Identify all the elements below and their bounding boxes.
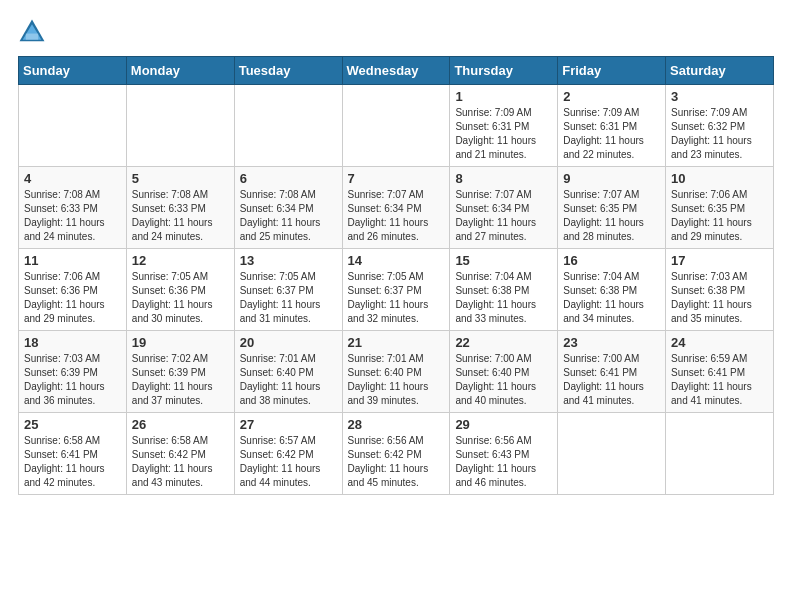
day-info: Sunrise: 6:56 AM Sunset: 6:43 PM Dayligh…: [455, 434, 552, 490]
calendar-cell: 20Sunrise: 7:01 AM Sunset: 6:40 PM Dayli…: [234, 331, 342, 413]
day-number: 3: [671, 89, 768, 104]
calendar-cell: 27Sunrise: 6:57 AM Sunset: 6:42 PM Dayli…: [234, 413, 342, 495]
day-number: 25: [24, 417, 121, 432]
col-header-friday: Friday: [558, 57, 666, 85]
col-header-saturday: Saturday: [666, 57, 774, 85]
col-header-wednesday: Wednesday: [342, 57, 450, 85]
calendar-cell: 17Sunrise: 7:03 AM Sunset: 6:38 PM Dayli…: [666, 249, 774, 331]
calendar-cell: 12Sunrise: 7:05 AM Sunset: 6:36 PM Dayli…: [126, 249, 234, 331]
day-number: 28: [348, 417, 445, 432]
calendar-cell: 11Sunrise: 7:06 AM Sunset: 6:36 PM Dayli…: [19, 249, 127, 331]
col-header-thursday: Thursday: [450, 57, 558, 85]
calendar-week-1: 4Sunrise: 7:08 AM Sunset: 6:33 PM Daylig…: [19, 167, 774, 249]
day-number: 1: [455, 89, 552, 104]
day-info: Sunrise: 7:06 AM Sunset: 6:36 PM Dayligh…: [24, 270, 121, 326]
svg-rect-2: [26, 34, 38, 40]
calendar-table: SundayMondayTuesdayWednesdayThursdayFrid…: [18, 56, 774, 495]
page: SundayMondayTuesdayWednesdayThursdayFrid…: [0, 0, 792, 505]
day-info: Sunrise: 7:07 AM Sunset: 6:35 PM Dayligh…: [563, 188, 660, 244]
calendar-cell: 29Sunrise: 6:56 AM Sunset: 6:43 PM Dayli…: [450, 413, 558, 495]
calendar-week-0: 1Sunrise: 7:09 AM Sunset: 6:31 PM Daylig…: [19, 85, 774, 167]
day-info: Sunrise: 6:57 AM Sunset: 6:42 PM Dayligh…: [240, 434, 337, 490]
day-number: 15: [455, 253, 552, 268]
calendar-cell: 25Sunrise: 6:58 AM Sunset: 6:41 PM Dayli…: [19, 413, 127, 495]
calendar-cell: 10Sunrise: 7:06 AM Sunset: 6:35 PM Dayli…: [666, 167, 774, 249]
day-number: 11: [24, 253, 121, 268]
calendar-cell: 16Sunrise: 7:04 AM Sunset: 6:38 PM Dayli…: [558, 249, 666, 331]
calendar-cell: 21Sunrise: 7:01 AM Sunset: 6:40 PM Dayli…: [342, 331, 450, 413]
calendar-cell: 4Sunrise: 7:08 AM Sunset: 6:33 PM Daylig…: [19, 167, 127, 249]
day-info: Sunrise: 7:07 AM Sunset: 6:34 PM Dayligh…: [455, 188, 552, 244]
day-info: Sunrise: 7:08 AM Sunset: 6:33 PM Dayligh…: [132, 188, 229, 244]
day-number: 14: [348, 253, 445, 268]
day-info: Sunrise: 7:00 AM Sunset: 6:40 PM Dayligh…: [455, 352, 552, 408]
calendar-week-2: 11Sunrise: 7:06 AM Sunset: 6:36 PM Dayli…: [19, 249, 774, 331]
calendar-cell: 14Sunrise: 7:05 AM Sunset: 6:37 PM Dayli…: [342, 249, 450, 331]
day-number: 19: [132, 335, 229, 350]
calendar-week-4: 25Sunrise: 6:58 AM Sunset: 6:41 PM Dayli…: [19, 413, 774, 495]
day-number: 10: [671, 171, 768, 186]
day-number: 7: [348, 171, 445, 186]
col-header-monday: Monday: [126, 57, 234, 85]
calendar-cell: 7Sunrise: 7:07 AM Sunset: 6:34 PM Daylig…: [342, 167, 450, 249]
day-info: Sunrise: 7:04 AM Sunset: 6:38 PM Dayligh…: [563, 270, 660, 326]
day-info: Sunrise: 7:08 AM Sunset: 6:33 PM Dayligh…: [24, 188, 121, 244]
day-info: Sunrise: 7:03 AM Sunset: 6:39 PM Dayligh…: [24, 352, 121, 408]
day-info: Sunrise: 7:04 AM Sunset: 6:38 PM Dayligh…: [455, 270, 552, 326]
day-info: Sunrise: 6:56 AM Sunset: 6:42 PM Dayligh…: [348, 434, 445, 490]
calendar-cell: 26Sunrise: 6:58 AM Sunset: 6:42 PM Dayli…: [126, 413, 234, 495]
day-info: Sunrise: 7:09 AM Sunset: 6:31 PM Dayligh…: [563, 106, 660, 162]
day-number: 17: [671, 253, 768, 268]
day-number: 18: [24, 335, 121, 350]
day-info: Sunrise: 7:06 AM Sunset: 6:35 PM Dayligh…: [671, 188, 768, 244]
calendar-cell: 28Sunrise: 6:56 AM Sunset: 6:42 PM Dayli…: [342, 413, 450, 495]
day-info: Sunrise: 7:05 AM Sunset: 6:37 PM Dayligh…: [348, 270, 445, 326]
day-number: 2: [563, 89, 660, 104]
calendar-cell: [19, 85, 127, 167]
day-number: 24: [671, 335, 768, 350]
calendar-cell: 3Sunrise: 7:09 AM Sunset: 6:32 PM Daylig…: [666, 85, 774, 167]
day-info: Sunrise: 7:00 AM Sunset: 6:41 PM Dayligh…: [563, 352, 660, 408]
day-info: Sunrise: 7:07 AM Sunset: 6:34 PM Dayligh…: [348, 188, 445, 244]
day-number: 13: [240, 253, 337, 268]
day-number: 8: [455, 171, 552, 186]
calendar-cell: 1Sunrise: 7:09 AM Sunset: 6:31 PM Daylig…: [450, 85, 558, 167]
calendar-cell: 24Sunrise: 6:59 AM Sunset: 6:41 PM Dayli…: [666, 331, 774, 413]
day-number: 12: [132, 253, 229, 268]
day-info: Sunrise: 7:01 AM Sunset: 6:40 PM Dayligh…: [348, 352, 445, 408]
calendar-cell: 6Sunrise: 7:08 AM Sunset: 6:34 PM Daylig…: [234, 167, 342, 249]
calendar-cell: 13Sunrise: 7:05 AM Sunset: 6:37 PM Dayli…: [234, 249, 342, 331]
day-number: 22: [455, 335, 552, 350]
day-info: Sunrise: 6:58 AM Sunset: 6:41 PM Dayligh…: [24, 434, 121, 490]
day-number: 23: [563, 335, 660, 350]
day-info: Sunrise: 7:03 AM Sunset: 6:38 PM Dayligh…: [671, 270, 768, 326]
logo: [18, 18, 50, 46]
calendar-cell: 15Sunrise: 7:04 AM Sunset: 6:38 PM Dayli…: [450, 249, 558, 331]
day-number: 21: [348, 335, 445, 350]
calendar-cell: 19Sunrise: 7:02 AM Sunset: 6:39 PM Dayli…: [126, 331, 234, 413]
calendar-cell: 9Sunrise: 7:07 AM Sunset: 6:35 PM Daylig…: [558, 167, 666, 249]
day-number: 26: [132, 417, 229, 432]
day-info: Sunrise: 7:05 AM Sunset: 6:37 PM Dayligh…: [240, 270, 337, 326]
calendar-cell: 8Sunrise: 7:07 AM Sunset: 6:34 PM Daylig…: [450, 167, 558, 249]
day-info: Sunrise: 7:05 AM Sunset: 6:36 PM Dayligh…: [132, 270, 229, 326]
calendar-cell: 5Sunrise: 7:08 AM Sunset: 6:33 PM Daylig…: [126, 167, 234, 249]
calendar-cell: [126, 85, 234, 167]
day-number: 29: [455, 417, 552, 432]
day-info: Sunrise: 6:59 AM Sunset: 6:41 PM Dayligh…: [671, 352, 768, 408]
day-number: 20: [240, 335, 337, 350]
calendar-cell: 18Sunrise: 7:03 AM Sunset: 6:39 PM Dayli…: [19, 331, 127, 413]
day-info: Sunrise: 7:09 AM Sunset: 6:32 PM Dayligh…: [671, 106, 768, 162]
calendar-cell: [666, 413, 774, 495]
day-number: 27: [240, 417, 337, 432]
day-number: 6: [240, 171, 337, 186]
day-number: 16: [563, 253, 660, 268]
header: [18, 18, 774, 46]
calendar-cell: [234, 85, 342, 167]
day-info: Sunrise: 6:58 AM Sunset: 6:42 PM Dayligh…: [132, 434, 229, 490]
calendar-week-3: 18Sunrise: 7:03 AM Sunset: 6:39 PM Dayli…: [19, 331, 774, 413]
calendar-cell: 22Sunrise: 7:00 AM Sunset: 6:40 PM Dayli…: [450, 331, 558, 413]
calendar-cell: [342, 85, 450, 167]
col-header-tuesday: Tuesday: [234, 57, 342, 85]
calendar-cell: 23Sunrise: 7:00 AM Sunset: 6:41 PM Dayli…: [558, 331, 666, 413]
